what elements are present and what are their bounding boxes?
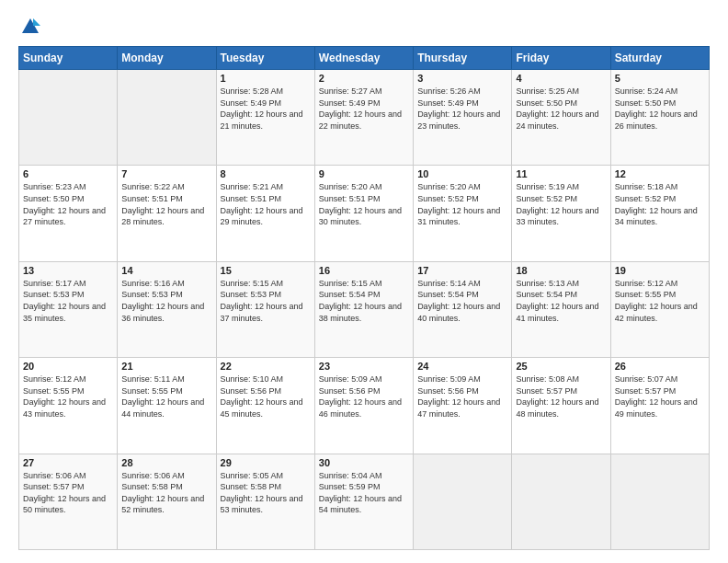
day-info: Sunrise: 5:12 AM Sunset: 5:55 PM Dayligh…	[615, 278, 705, 324]
day-number: 2	[319, 73, 409, 84]
day-number: 25	[516, 361, 606, 372]
calendar-cell: 27Sunrise: 5:06 AM Sunset: 5:57 PM Dayli…	[19, 454, 118, 549]
day-info: Sunrise: 5:10 AM Sunset: 5:56 PM Dayligh…	[221, 373, 311, 419]
calendar-cell	[118, 70, 216, 166]
calendar-cell: 17Sunrise: 5:14 AM Sunset: 5:54 PM Dayli…	[414, 261, 512, 357]
calendar-table: SundayMondayTuesdayWednesdayThursdayFrid…	[18, 46, 710, 550]
calendar-cell: 29Sunrise: 5:05 AM Sunset: 5:58 PM Dayli…	[216, 454, 314, 549]
day-info: Sunrise: 5:13 AM Sunset: 5:54 PM Dayligh…	[516, 278, 606, 324]
day-number: 18	[516, 265, 606, 276]
calendar-cell: 14Sunrise: 5:16 AM Sunset: 5:53 PM Dayli…	[118, 261, 216, 357]
calendar-cell: 8Sunrise: 5:21 AM Sunset: 5:51 PM Daylig…	[216, 166, 314, 261]
day-info: Sunrise: 5:19 AM Sunset: 5:52 PM Dayligh…	[516, 181, 606, 227]
weekday-header: Friday	[512, 47, 610, 70]
day-info: Sunrise: 5:06 AM Sunset: 5:57 PM Dayligh…	[23, 470, 113, 516]
day-number: 20	[23, 361, 113, 372]
calendar-cell: 10Sunrise: 5:20 AM Sunset: 5:52 PM Dayli…	[414, 166, 512, 261]
day-number: 21	[121, 361, 211, 372]
day-info: Sunrise: 5:23 AM Sunset: 5:50 PM Dayligh…	[23, 181, 113, 227]
calendar-cell	[414, 454, 512, 549]
calendar-cell: 7Sunrise: 5:22 AM Sunset: 5:51 PM Daylig…	[118, 166, 216, 261]
day-number: 4	[516, 73, 606, 84]
svg-marker-1	[33, 18, 40, 26]
day-info: Sunrise: 5:26 AM Sunset: 5:49 PM Dayligh…	[417, 86, 507, 132]
day-info: Sunrise: 5:28 AM Sunset: 5:49 PM Dayligh…	[221, 86, 311, 132]
calendar-cell: 20Sunrise: 5:12 AM Sunset: 5:55 PM Dayli…	[19, 358, 118, 454]
page: SundayMondayTuesdayWednesdayThursdayFrid…	[0, 0, 728, 563]
day-info: Sunrise: 5:07 AM Sunset: 5:57 PM Dayligh…	[615, 373, 705, 419]
day-info: Sunrise: 5:18 AM Sunset: 5:52 PM Dayligh…	[615, 181, 705, 227]
calendar-week-row: 20Sunrise: 5:12 AM Sunset: 5:55 PM Dayli…	[19, 358, 710, 454]
calendar-week-row: 6Sunrise: 5:23 AM Sunset: 5:50 PM Daylig…	[19, 166, 710, 261]
day-number: 17	[417, 265, 507, 276]
day-info: Sunrise: 5:27 AM Sunset: 5:49 PM Dayligh…	[319, 86, 409, 132]
calendar-cell: 22Sunrise: 5:10 AM Sunset: 5:56 PM Dayli…	[216, 358, 314, 454]
day-number: 8	[221, 168, 311, 179]
day-info: Sunrise: 5:09 AM Sunset: 5:56 PM Dayligh…	[319, 373, 409, 419]
calendar-cell: 16Sunrise: 5:15 AM Sunset: 5:54 PM Dayli…	[314, 261, 413, 357]
day-info: Sunrise: 5:12 AM Sunset: 5:55 PM Dayligh…	[23, 373, 113, 419]
day-number: 3	[417, 73, 507, 84]
calendar-cell: 25Sunrise: 5:08 AM Sunset: 5:57 PM Dayli…	[512, 358, 610, 454]
logo	[18, 17, 40, 37]
day-number: 7	[121, 168, 211, 179]
day-number: 6	[23, 168, 113, 179]
weekday-header: Monday	[118, 47, 216, 70]
calendar-cell: 6Sunrise: 5:23 AM Sunset: 5:50 PM Daylig…	[19, 166, 118, 261]
day-info: Sunrise: 5:25 AM Sunset: 5:50 PM Dayligh…	[516, 86, 606, 132]
day-number: 26	[615, 361, 705, 372]
calendar-cell: 2Sunrise: 5:27 AM Sunset: 5:49 PM Daylig…	[314, 70, 413, 166]
weekday-header: Thursday	[414, 47, 512, 70]
day-number: 12	[615, 168, 705, 179]
day-number: 1	[221, 73, 311, 84]
day-info: Sunrise: 5:11 AM Sunset: 5:55 PM Dayligh…	[121, 373, 211, 419]
calendar-cell: 21Sunrise: 5:11 AM Sunset: 5:55 PM Dayli…	[118, 358, 216, 454]
calendar-body: 1Sunrise: 5:28 AM Sunset: 5:49 PM Daylig…	[19, 70, 710, 550]
calendar-week-row: 13Sunrise: 5:17 AM Sunset: 5:53 PM Dayli…	[19, 261, 710, 357]
calendar-cell: 28Sunrise: 5:06 AM Sunset: 5:58 PM Dayli…	[118, 454, 216, 549]
day-info: Sunrise: 5:20 AM Sunset: 5:52 PM Dayligh…	[417, 181, 507, 227]
calendar-cell: 13Sunrise: 5:17 AM Sunset: 5:53 PM Dayli…	[19, 261, 118, 357]
day-number: 19	[615, 265, 705, 276]
calendar-cell: 24Sunrise: 5:09 AM Sunset: 5:56 PM Dayli…	[414, 358, 512, 454]
day-number: 29	[221, 457, 311, 468]
weekday-header: Saturday	[610, 47, 709, 70]
calendar-cell: 30Sunrise: 5:04 AM Sunset: 5:59 PM Dayli…	[314, 454, 413, 549]
calendar-cell: 23Sunrise: 5:09 AM Sunset: 5:56 PM Dayli…	[314, 358, 413, 454]
day-info: Sunrise: 5:15 AM Sunset: 5:53 PM Dayligh…	[221, 278, 311, 324]
calendar-cell: 18Sunrise: 5:13 AM Sunset: 5:54 PM Dayli…	[512, 261, 610, 357]
day-info: Sunrise: 5:08 AM Sunset: 5:57 PM Dayligh…	[516, 373, 606, 419]
calendar-cell: 15Sunrise: 5:15 AM Sunset: 5:53 PM Dayli…	[216, 261, 314, 357]
calendar-cell: 3Sunrise: 5:26 AM Sunset: 5:49 PM Daylig…	[414, 70, 512, 166]
day-info: Sunrise: 5:06 AM Sunset: 5:58 PM Dayligh…	[121, 470, 211, 516]
day-info: Sunrise: 5:24 AM Sunset: 5:50 PM Dayligh…	[615, 86, 705, 132]
weekday-header: Tuesday	[216, 47, 314, 70]
day-number: 14	[121, 265, 211, 276]
day-number: 9	[319, 168, 409, 179]
day-info: Sunrise: 5:22 AM Sunset: 5:51 PM Dayligh…	[121, 181, 211, 227]
logo-icon	[20, 17, 40, 37]
day-info: Sunrise: 5:20 AM Sunset: 5:51 PM Dayligh…	[319, 181, 409, 227]
day-info: Sunrise: 5:16 AM Sunset: 5:53 PM Dayligh…	[121, 278, 211, 324]
calendar-cell	[19, 70, 118, 166]
calendar-week-row: 1Sunrise: 5:28 AM Sunset: 5:49 PM Daylig…	[19, 70, 710, 166]
calendar-cell: 5Sunrise: 5:24 AM Sunset: 5:50 PM Daylig…	[610, 70, 709, 166]
calendar-week-row: 27Sunrise: 5:06 AM Sunset: 5:57 PM Dayli…	[19, 454, 710, 549]
calendar-header-row: SundayMondayTuesdayWednesdayThursdayFrid…	[19, 47, 710, 70]
day-number: 24	[417, 361, 507, 372]
calendar-cell: 12Sunrise: 5:18 AM Sunset: 5:52 PM Dayli…	[610, 166, 709, 261]
day-number: 11	[516, 168, 606, 179]
day-number: 16	[319, 265, 409, 276]
calendar-cell: 4Sunrise: 5:25 AM Sunset: 5:50 PM Daylig…	[512, 70, 610, 166]
day-number: 22	[221, 361, 311, 372]
weekday-header: Wednesday	[314, 47, 413, 70]
calendar-cell: 9Sunrise: 5:20 AM Sunset: 5:51 PM Daylig…	[314, 166, 413, 261]
day-info: Sunrise: 5:17 AM Sunset: 5:53 PM Dayligh…	[23, 278, 113, 324]
calendar-cell: 26Sunrise: 5:07 AM Sunset: 5:57 PM Dayli…	[610, 358, 709, 454]
day-info: Sunrise: 5:15 AM Sunset: 5:54 PM Dayligh…	[319, 278, 409, 324]
day-number: 13	[23, 265, 113, 276]
day-number: 27	[23, 457, 113, 468]
day-info: Sunrise: 5:21 AM Sunset: 5:51 PM Dayligh…	[221, 181, 311, 227]
calendar-cell: 11Sunrise: 5:19 AM Sunset: 5:52 PM Dayli…	[512, 166, 610, 261]
day-info: Sunrise: 5:09 AM Sunset: 5:56 PM Dayligh…	[417, 373, 507, 419]
